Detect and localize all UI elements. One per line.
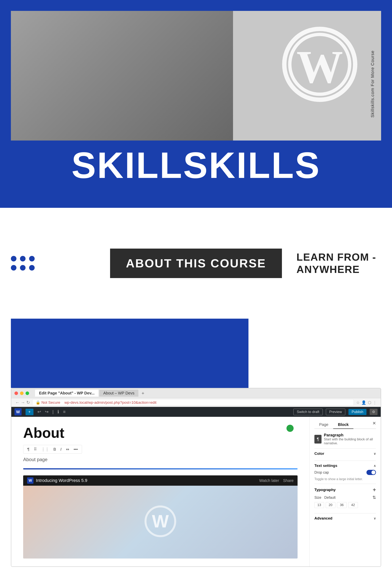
dot [376, 162, 381, 168]
color-section-header[interactable]: Color ∨ [314, 452, 376, 456]
sidebar-color-section: Color ∨ [314, 449, 376, 461]
refresh-button[interactable]: ↻ [26, 400, 30, 405]
editor-subtitle[interactable]: About page [23, 457, 298, 462]
wp-logo-hero: W [282, 27, 357, 102]
preview-btn[interactable]: Preview [326, 409, 345, 415]
size-preset-42[interactable]: 42 [348, 502, 358, 508]
sidebar-close-btn[interactable]: ✕ [372, 421, 376, 429]
bold-icon[interactable]: B [52, 447, 57, 452]
browser-address-actions: ☆ 👤 ⬡ ⋮ [356, 400, 377, 405]
size-control-icon[interactable]: ⇅ [372, 495, 376, 500]
size-preset-20[interactable]: 20 [326, 502, 336, 508]
sidebar-typography-section: Typography + Size Default ⇅ 13 20 [314, 484, 376, 513]
svg-text:W: W [296, 41, 343, 93]
color-label: Color [314, 452, 324, 456]
dot [20, 265, 26, 271]
typography-add-icon[interactable]: + [373, 487, 376, 493]
more-icon[interactable]: ⋮ [373, 400, 377, 405]
size-preset-13[interactable]: 13 [314, 502, 324, 508]
dots-decoration-right [366, 162, 381, 186]
dot [29, 256, 35, 261]
advanced-section-header[interactable]: Advanced ∨ [314, 516, 376, 521]
video-wp-logo: W [27, 477, 34, 484]
dot [366, 162, 372, 168]
publish-btn[interactable]: Publish [348, 409, 366, 415]
dots-decoration-left [11, 256, 35, 271]
wp-toolbar-undo[interactable]: ↩ [38, 409, 41, 414]
editor-heading[interactable]: About [23, 425, 298, 441]
preview-section: Edit Page "About" - WP Dev... About – WP… [0, 319, 392, 567]
share-btn[interactable]: Share [283, 478, 294, 483]
editor-sidebar: Page Block ✕ ¶ Paragraph Start with the … [310, 417, 381, 567]
wp-logo-small[interactable]: W [14, 408, 22, 415]
italic-icon[interactable]: I [59, 447, 63, 452]
size-preset-36[interactable]: 36 [337, 502, 347, 508]
browser-nav-controls: ← → ↻ [15, 400, 30, 405]
browser-close-dot[interactable] [14, 392, 18, 395]
browser-minimize-dot[interactable] [20, 392, 24, 395]
text-settings-label: Text settings [314, 464, 337, 468]
video-wp-watermark: W [144, 506, 176, 537]
extension-icon[interactable]: ⬡ [368, 400, 371, 405]
sidebar-tab-block[interactable]: Block [333, 421, 354, 429]
toggle-knob [372, 471, 375, 474]
watch-later-btn[interactable]: Watch later [259, 478, 279, 483]
paragraph-icon[interactable]: ¶ [26, 447, 31, 452]
browser-maximize-dot[interactable] [26, 392, 29, 395]
more-options-icon[interactable]: ••• [72, 447, 79, 452]
size-label: Size Default [314, 496, 336, 500]
dot [376, 171, 381, 177]
browser-tabs: Edit Page "About" - WP Dev... About – WP… [35, 390, 147, 397]
block-type-name: Paragraph [324, 433, 376, 437]
brand-title: SKILLSKILLS [72, 144, 320, 186]
learn-text: LEARN FROM - ANYWHERE [296, 251, 376, 276]
video-actions: Watch later Share [259, 478, 294, 483]
size-row: Size Default ⇅ [314, 495, 376, 500]
video-block: W Introducing WordPress 5.9 Watch later … [23, 475, 298, 559]
account-icon[interactable]: 👤 [361, 400, 366, 405]
move-icon[interactable]: ⋮⋮ [40, 446, 50, 452]
address-url-bar[interactable]: 🔒 Not Secure wp-devs.local/wp-admin/post… [32, 399, 354, 406]
dot [366, 171, 372, 177]
forward-button[interactable]: → [21, 400, 25, 405]
browser-tab-edit[interactable]: Edit Page "About" - WP Dev... [35, 390, 98, 397]
wp-toolbar-list[interactable]: ≡ [63, 409, 66, 414]
middle-section: ABOUT THIS COURSE LEARN FROM - ANYWHERE [0, 208, 392, 319]
switch-to-draft-btn[interactable]: Switch to draft [294, 409, 323, 415]
browser-tab-about[interactable]: About – WP Devs [99, 390, 138, 397]
text-settings-section-header[interactable]: Text settings ∧ [314, 464, 376, 468]
bookmark-icon[interactable]: ☆ [356, 400, 360, 405]
sidebar-tab-page[interactable]: Page [314, 421, 333, 429]
blue-decorative-block [11, 319, 248, 388]
not-secure-label: 🔒 Not Secure [36, 400, 60, 405]
editor-main: About ¶ ⠿ ⋮⋮ B I ⇔ ••• About page [11, 417, 310, 567]
about-course-badge: ABOUT THIS COURSE [110, 249, 282, 278]
wp-toolbar-redo[interactable]: ↪ [45, 409, 48, 414]
settings-btn[interactable]: ⚙ [370, 409, 378, 415]
typography-section-header[interactable]: Typography + [314, 487, 376, 493]
drag-icon[interactable]: ⠿ [33, 446, 38, 452]
sidebar-tabs: Page Block ✕ [314, 421, 376, 429]
editor-layout: About ¶ ⠿ ⋮⋮ B I ⇔ ••• About page [11, 417, 381, 567]
paragraph-block-icon: ¶ [314, 435, 322, 444]
vertical-text: Skillskills.com For More Course [370, 50, 375, 117]
hero-section: W Skillskills.com For More Course SKILLS… [0, 0, 392, 208]
sidebar-advanced-section: Advanced ∨ [314, 513, 376, 523]
dot [29, 265, 35, 271]
wp-toolbar-separator: | [52, 409, 54, 414]
block-toolbar: ¶ ⠿ ⋮⋮ B I ⇔ ••• [23, 445, 82, 454]
editor-status-dot [286, 425, 294, 432]
dot [366, 180, 372, 186]
editor-divider [23, 468, 298, 470]
wp-admin-toolbar: W + ↩ ↪ | ℹ ≡ Switch to draft Preview Pu… [11, 407, 381, 417]
drop-cap-row: Drop cap [314, 470, 376, 475]
drop-cap-toggle[interactable] [366, 470, 376, 475]
browser-tab-add[interactable]: + [139, 390, 147, 397]
video-header: W Introducing WordPress 5.9 Watch later … [23, 475, 298, 486]
link-icon[interactable]: ⇔ [65, 446, 70, 452]
wp-toolbar-info[interactable]: ℹ [58, 409, 59, 414]
wp-add-block-btn[interactable]: + [26, 409, 34, 415]
back-button[interactable]: ← [15, 400, 20, 405]
dot [20, 256, 26, 261]
dot [11, 265, 16, 271]
